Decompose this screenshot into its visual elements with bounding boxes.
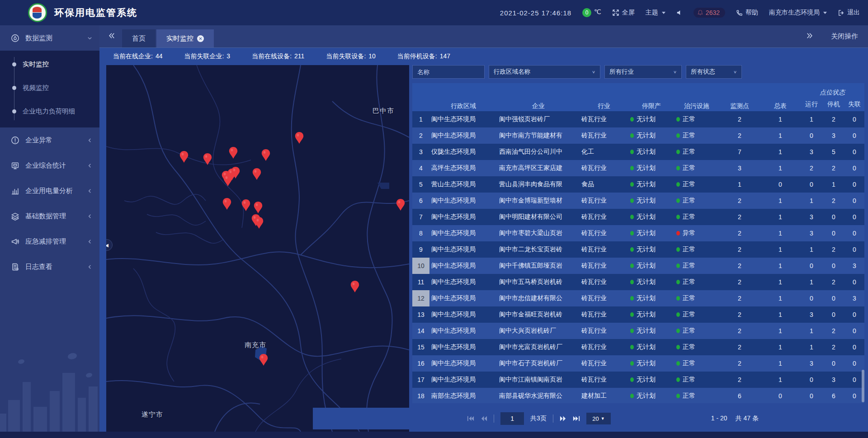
status-dot	[630, 329, 634, 333]
sidebar-subitem-1[interactable]: 实时监控	[0, 52, 99, 76]
logout-button[interactable]: 退出	[838, 9, 860, 17]
table-row[interactable]: 11阆中生态环境局阆中市五马桥页岩机砖砖瓦行业无计划正常21120	[412, 274, 864, 290]
sidebar-subitem-3[interactable]: 企业电力负荷明细	[0, 99, 99, 123]
map-pin[interactable]	[254, 202, 263, 213]
table-row[interactable]: 10阆中生态环境局阆中千佛镇五郎垭页岩砖瓦行业无计划正常21003	[412, 258, 864, 274]
table-row[interactable]: 12阆中生态环境局阆中市忠信建材有限公砖瓦行业无计划正常21003	[412, 290, 864, 306]
cell-facility-status: 正常	[675, 144, 719, 160]
tabs-scroll-right-button[interactable]	[807, 33, 813, 40]
table-row[interactable]: 16阆中生态环境局阆中市石子页岩机砖厂砖瓦行业无计划正常21300	[412, 355, 864, 372]
cell-limit-status: 无计划	[628, 209, 675, 225]
table-row[interactable]: 13阆中生态环境局阆中市金福旺页岩机砖砖瓦行业无计划正常21300	[412, 306, 864, 323]
table-row[interactable]: 14阆中生态环境局阆中大兴页岩机砖厂砖瓦行业无计划正常21120	[412, 323, 864, 339]
map-pin[interactable]	[255, 217, 264, 229]
row-index: 8	[412, 225, 429, 241]
help-button[interactable]: 帮助	[736, 9, 758, 17]
map-pin[interactable]	[241, 199, 250, 211]
name-filter-input[interactable]	[412, 65, 485, 79]
page-number-input[interactable]	[500, 412, 524, 425]
sidebar-item-label: 企业异常	[25, 136, 52, 145]
map-pin[interactable]	[350, 281, 359, 292]
tab-home[interactable]: 首页	[122, 29, 156, 47]
table-row[interactable]: 1阆中生态环境局阆中强锐页岩砖厂砖瓦行业无计划正常21120	[412, 111, 864, 127]
close-operations-button[interactable]: 关闭操作	[831, 32, 858, 41]
col-facility: 治污设施	[675, 83, 719, 111]
map-pin[interactable]	[203, 153, 212, 165]
row-index: 10	[412, 258, 429, 274]
cell-industry: 砖瓦行业	[580, 127, 628, 144]
cell-meter-count: 1	[760, 127, 800, 144]
cell-company: 阆中市金博瑞新型墙材	[497, 193, 580, 209]
sidebar-item-0[interactable]: 数据监测	[0, 25, 99, 51]
sidebar-item-5[interactable]: 企业综合统计	[0, 153, 99, 178]
map-pin[interactable]	[396, 199, 405, 211]
status-dot	[676, 215, 680, 219]
cell-run-count: 3	[800, 209, 823, 225]
cell-facility-status: 正常	[675, 193, 719, 209]
map-pin[interactable]	[179, 151, 189, 163]
cell-limit-status: 无计划	[628, 160, 675, 176]
table-row[interactable]: 17阆中生态环境局阆中市江南镇阆南页岩砖瓦行业无计划正常21030	[412, 372, 864, 388]
pager-divider	[553, 414, 553, 423]
cell-industry: 砖瓦行业	[580, 225, 628, 241]
last-page-button[interactable]	[573, 415, 580, 422]
table-row[interactable]: 9阆中生态环境局阆中市二龙长宝页岩砖砖瓦行业无计划正常21120	[412, 241, 864, 258]
range-label: 1 - 20	[711, 414, 727, 423]
status-dot	[676, 329, 680, 333]
cell-industry: 砖瓦行业	[580, 209, 628, 225]
fullscreen-button[interactable]: 全屏	[612, 9, 635, 17]
table-row[interactable]: 15阆中生态环境局阆中市光富页岩机砖厂砖瓦行业无计划正常21120	[412, 339, 864, 355]
footer-strip	[0, 432, 868, 438]
table-row[interactable]: 5营山生态环境局营山县润丰肉食品有限食品无计划正常10010	[412, 176, 864, 193]
table-row[interactable]: 6阆中生态环境局阆中市金博瑞新型墙材砖瓦行业无计划正常21120	[412, 193, 864, 209]
map-pin[interactable]	[259, 354, 268, 366]
tabs-scroll-left-button[interactable]	[108, 33, 115, 41]
tab-realtime-monitor[interactable]: 实时监控 ✕	[156, 29, 214, 47]
table-row[interactable]: 2阆中生态环境局阆中市南方节能建材有砖瓦行业无计划正常21030	[412, 127, 864, 144]
cell-stop-count: 2	[823, 160, 844, 176]
cell-stop-count: 3	[823, 127, 844, 144]
sidebar-item-7[interactable]: 基础数据管理	[0, 203, 99, 229]
close-tab-icon[interactable]: ✕	[197, 35, 204, 42]
page-size-select[interactable]: 20 ▼	[586, 413, 611, 424]
table-row[interactable]: 8阆中生态环境局阆中市枣碧大梁山页岩砖瓦行业无计划异常21300	[412, 225, 864, 241]
sidebar-item-8[interactable]: 应急减排管理	[0, 229, 99, 254]
map-pin[interactable]	[222, 198, 231, 210]
table-row[interactable]: 7阆中生态环境局阆中明阳建材有限公司砖瓦行业无计划正常21300	[412, 209, 864, 225]
cell-industry: 砖瓦行业	[580, 160, 628, 176]
table-row[interactable]: 18南部生态环境局南部县砚华水泥有限公建材加工无计划正常60060	[412, 388, 864, 403]
cell-facility-status: 正常	[675, 306, 719, 323]
region-filter-select[interactable]: 行政区域名称 ∨	[489, 65, 600, 79]
status-filter-select[interactable]: 所有状态 ∨	[686, 65, 742, 79]
map-panel[interactable]: 巴中市南充市遂宁市 ◀	[106, 65, 409, 432]
notifications-badge[interactable]: 2632	[693, 8, 725, 18]
cell-industry: 砖瓦行业	[580, 323, 628, 339]
sidebar-item-4[interactable]: 企业异常	[0, 127, 99, 153]
org-dropdown[interactable]: 南充市生态环境局	[769, 9, 827, 17]
prev-page-button[interactable]	[481, 415, 487, 422]
status-dot	[630, 280, 634, 284]
sound-button[interactable]	[676, 9, 683, 16]
theme-dropdown[interactable]: 主题	[646, 9, 665, 17]
table-row[interactable]: 4高坪生态环境局南充市高坪区王家店建砖瓦行业无计划正常31220	[412, 160, 864, 176]
map-pin[interactable]	[261, 149, 270, 161]
sidebar-subitem-2[interactable]: 视频监控	[0, 76, 99, 99]
table-row[interactable]: 3仪陇生态环境局西南油气田分公司川中化工无计划正常71350	[412, 144, 864, 160]
industry-filter-select[interactable]: 所有行业 ∨	[604, 65, 682, 79]
map-pin[interactable]	[295, 132, 304, 144]
map-pin[interactable]	[231, 167, 240, 179]
map-pin[interactable]	[252, 168, 261, 180]
chevron-left-icon	[87, 163, 92, 168]
cell-limit-status: 无计划	[628, 355, 675, 372]
table-scrollbar[interactable]	[862, 370, 864, 402]
map-pin[interactable]	[229, 147, 238, 159]
sidebar-item-6[interactable]: 企业用电量分析	[0, 178, 99, 203]
cell-meter-count: 1	[760, 258, 800, 274]
first-page-button[interactable]	[467, 415, 474, 422]
map-pin[interactable]	[223, 174, 232, 186]
status-dot	[630, 182, 634, 187]
status-dot	[630, 231, 634, 235]
cell-limit-status: 无计划	[628, 372, 675, 388]
sidebar-item-9[interactable]: 日志查看	[0, 254, 99, 279]
next-page-button[interactable]	[560, 415, 566, 422]
